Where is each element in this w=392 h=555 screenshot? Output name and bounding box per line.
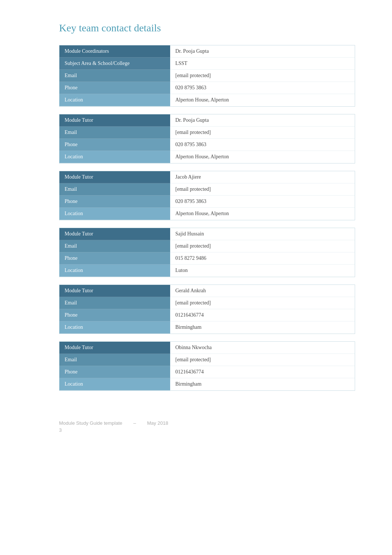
value-tutor3-0: Sajid Hussain: [170, 228, 355, 240]
contact-labels-coordinator: Module CoordinatorsSubject Area & School…: [59, 45, 170, 106]
value-tutor4-1: [email protected]: [170, 297, 355, 309]
value-coordinator-0: Dr. Pooja Gupta: [170, 45, 355, 58]
label-tutor3-2: Phone: [59, 252, 170, 265]
value-tutor3-3: Luton: [170, 265, 355, 276]
contact-values-tutor4: Gerald Ankrah[email protected]0121643677…: [170, 285, 355, 334]
value-tutor5-1: [email protected]: [170, 354, 355, 366]
label-tutor3-0: Module Tutor: [59, 228, 170, 240]
value-tutor5-3: Birmingham: [170, 378, 355, 390]
page-number: 3: [59, 427, 355, 433]
value-tutor1-3: Alperton House, Alperton: [170, 151, 355, 163]
value-tutor2-3: Alperton House, Alperton: [170, 208, 355, 220]
footer-date: May 2018: [147, 420, 168, 426]
contact-section-tutor1: Module TutorEmailPhoneLocationDr. Pooja …: [59, 114, 355, 163]
label-coordinator-2: Email: [59, 70, 170, 82]
value-tutor2-0: Jacob Ajiere: [170, 171, 355, 183]
contact-section-tutor5: Module TutorEmailPhoneLocationObinna Nkw…: [59, 341, 355, 391]
value-coordinator-4: Alperton House, Alperton: [170, 94, 355, 106]
value-tutor5-2: 01216436774: [170, 366, 355, 378]
label-tutor4-0: Module Tutor: [59, 285, 170, 297]
contact-section-tutor3: Module TutorEmailPhoneLocationSajid Huss…: [59, 228, 355, 277]
value-tutor2-2: 020 8795 3863: [170, 196, 355, 208]
contact-labels-tutor2: Module TutorEmailPhoneLocation: [59, 171, 170, 220]
label-tutor2-1: Email: [59, 183, 170, 196]
contact-section-coordinator: Module CoordinatorsSubject Area & School…: [59, 45, 355, 107]
footer: Module Study Guide template – May 2018 3: [59, 420, 355, 433]
label-tutor4-2: Phone: [59, 309, 170, 321]
label-tutor3-1: Email: [59, 240, 170, 252]
label-tutor1-0: Module Tutor: [59, 114, 170, 127]
label-coordinator-1: Subject Area & School/College: [59, 58, 170, 70]
label-tutor5-1: Email: [59, 354, 170, 366]
value-tutor4-2: 01216436774: [170, 309, 355, 321]
label-tutor1-2: Phone: [59, 139, 170, 151]
footer-separator: –: [133, 420, 136, 426]
label-tutor1-1: Email: [59, 127, 170, 139]
label-tutor3-3: Location: [59, 265, 170, 277]
value-coordinator-1: LSST: [170, 58, 355, 70]
label-tutor4-3: Location: [59, 321, 170, 334]
label-tutor1-3: Location: [59, 151, 170, 163]
value-tutor4-0: Gerald Ankrah: [170, 285, 355, 297]
label-coordinator-4: Location: [59, 94, 170, 106]
value-coordinator-2: [email protected]: [170, 70, 355, 82]
value-tutor1-2: 020 8795 3863: [170, 139, 355, 151]
footer-text: Module Study Guide template: [59, 420, 122, 426]
value-tutor3-1: [email protected]: [170, 240, 355, 252]
value-tutor4-3: Birmingham: [170, 321, 355, 333]
label-tutor5-2: Phone: [59, 366, 170, 378]
contact-labels-tutor5: Module TutorEmailPhoneLocation: [59, 342, 170, 390]
label-tutor5-3: Location: [59, 378, 170, 390]
contact-section-tutor4: Module TutorEmailPhoneLocationGerald Ank…: [59, 285, 355, 334]
label-tutor2-3: Location: [59, 208, 170, 220]
value-tutor3-2: 015 8272 9486: [170, 252, 355, 265]
label-coordinator-0: Module Coordinators: [59, 45, 170, 58]
value-tutor2-1: [email protected]: [170, 183, 355, 196]
contact-values-tutor3: Sajid Hussain[email protected]015 8272 9…: [170, 228, 355, 277]
label-tutor5-0: Module Tutor: [59, 342, 170, 354]
value-tutor5-0: Obinna Nkwocha: [170, 342, 355, 354]
contact-values-tutor2: Jacob Ajiere[email protected]020 8795 38…: [170, 171, 355, 220]
value-tutor1-0: Dr. Pooja Gupta: [170, 114, 355, 127]
contact-labels-tutor3: Module TutorEmailPhoneLocation: [59, 228, 170, 277]
contact-values-coordinator: Dr. Pooja GuptaLSST[email protected]020 …: [170, 45, 355, 106]
page-title: Key team contact details: [59, 22, 355, 34]
contact-values-tutor1: Dr. Pooja Gupta[email protected]020 8795…: [170, 114, 355, 163]
label-tutor2-2: Phone: [59, 196, 170, 208]
contact-labels-tutor4: Module TutorEmailPhoneLocation: [59, 285, 170, 334]
label-tutor4-1: Email: [59, 297, 170, 309]
contact-values-tutor5: Obinna Nkwocha[email protected]012164367…: [170, 342, 355, 390]
label-coordinator-3: Phone: [59, 82, 170, 94]
label-tutor2-0: Module Tutor: [59, 171, 170, 183]
value-tutor1-1: [email protected]: [170, 127, 355, 139]
value-coordinator-3: 020 8795 3863: [170, 82, 355, 94]
contact-labels-tutor1: Module TutorEmailPhoneLocation: [59, 114, 170, 163]
contact-section-tutor2: Module TutorEmailPhoneLocationJacob Ajie…: [59, 171, 355, 220]
